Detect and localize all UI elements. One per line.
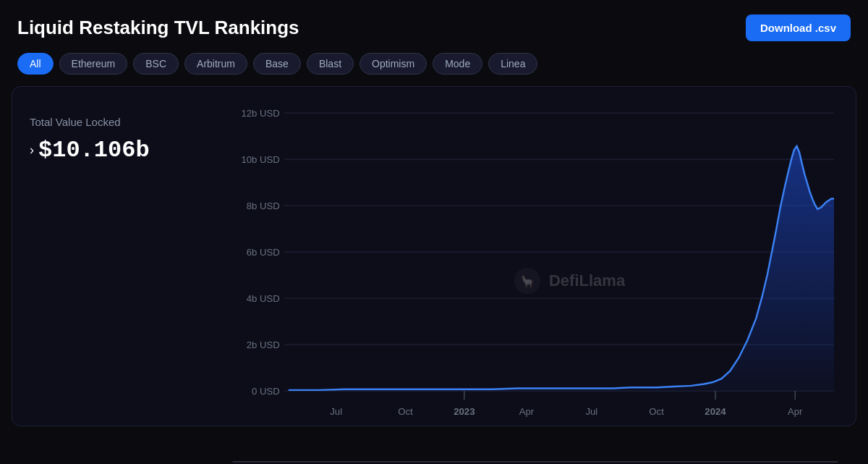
svg-text:Oct: Oct <box>398 406 413 417</box>
tvl-amount: $10.106b <box>38 137 150 164</box>
svg-text:Apr: Apr <box>519 406 535 417</box>
tvl-panel: Total Value Locked › $10.106b <box>30 104 232 408</box>
watermark: 🦙 DefiLlama <box>513 266 625 295</box>
svg-text:10b USD: 10b USD <box>241 154 279 165</box>
chain-filter-arbitrum[interactable]: Arbitrum <box>184 53 247 75</box>
download-csv-button[interactable]: Download .csv <box>746 14 851 41</box>
scrubber-bar[interactable] <box>232 461 838 463</box>
chart-area: 12b USD 10b USD 8b USD 6b USD 4b USD 2b … <box>232 104 838 408</box>
svg-text:8b USD: 8b USD <box>247 201 280 211</box>
svg-text:12b USD: 12b USD <box>241 108 279 119</box>
svg-text:4b USD: 4b USD <box>247 293 280 304</box>
svg-text:2024: 2024 <box>705 406 726 417</box>
svg-text:0 USD: 0 USD <box>252 386 280 397</box>
svg-text:2b USD: 2b USD <box>247 339 280 350</box>
chain-filter-mode[interactable]: Mode <box>433 53 482 75</box>
defillama-logo: 🦙 <box>513 266 542 295</box>
chain-filter-ethereum[interactable]: Ethereum <box>59 53 128 75</box>
chart-container: 12b USD 10b USD 8b USD 6b USD 4b USD 2b … <box>232 104 838 458</box>
svg-text:Oct: Oct <box>649 406 664 417</box>
page-title: Liquid Restaking TVL Rankings <box>17 17 299 39</box>
chain-filter-all[interactable]: All <box>17 53 54 75</box>
tvl-value: › $10.106b <box>30 137 232 164</box>
svg-text:Jul: Jul <box>585 406 597 417</box>
main-card: Total Value Locked › $10.106b 12b USD 10… <box>12 86 856 426</box>
svg-text:Jul: Jul <box>330 406 342 417</box>
tvl-chevron: › <box>30 143 34 158</box>
svg-text:Apr: Apr <box>788 406 803 417</box>
svg-text:6b USD: 6b USD <box>247 247 280 258</box>
chain-filter-base[interactable]: Base <box>253 53 301 75</box>
tvl-label: Total Value Locked <box>30 116 232 128</box>
chain-filter-bsc[interactable]: BSC <box>133 53 179 75</box>
chain-filter-linea[interactable]: Linea <box>488 53 537 75</box>
chain-filter-optimism[interactable]: Optimism <box>359 53 427 75</box>
chain-filter-bar: AllEthereumBSCArbitrumBaseBlastOptimismM… <box>0 53 868 86</box>
chain-filter-blast[interactable]: Blast <box>307 53 354 75</box>
svg-text:2023: 2023 <box>454 406 475 417</box>
scrubber-center-indicator <box>531 461 540 463</box>
svg-text:🦙: 🦙 <box>520 274 535 288</box>
watermark-text: DefiLlama <box>549 271 625 290</box>
